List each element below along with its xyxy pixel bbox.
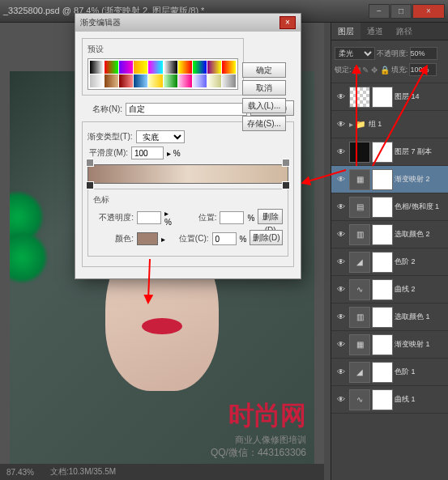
tab-channels[interactable]: 通道 [361,23,390,40]
color-stop-right[interactable] [282,181,290,189]
blend-mode-select[interactable]: 柔光 [335,47,375,60]
mask-thumb [372,142,393,163]
preset-swatch[interactable] [148,74,162,87]
preset-swatch[interactable] [193,61,207,74]
visibility-toggle[interactable]: 👁 [335,174,347,185]
position-input[interactable] [220,211,244,224]
layer-row[interactable]: 👁◢色阶 1 [331,359,448,386]
color-swatch[interactable] [137,232,158,245]
preset-swatch[interactable] [119,61,133,74]
preset-swatch[interactable] [105,74,118,87]
layer-name: 图层 14 [395,91,446,102]
adjustment-thumb: ▦ [349,169,370,190]
delete-stop2-button[interactable]: 删除(D) [250,230,283,245]
opacity-stop-input[interactable] [137,211,161,224]
mask-thumb [372,362,393,383]
visibility-toggle[interactable]: 👁 [335,119,347,130]
lock-icons[interactable]: ▦ ✎ ✥ 🔒 [353,66,390,74]
preset-swatch[interactable] [148,61,162,74]
load-button[interactable]: 载入(L)... [242,98,286,113]
preset-swatch[interactable] [119,74,133,87]
layer-row[interactable]: 👁▦渐变映射 1 [331,331,448,359]
visibility-toggle[interactable]: 👁 [335,339,347,350]
layer-name: 色阶 1 [395,367,446,377]
layer-fill-input[interactable] [409,63,437,76]
folder-icon: ▸ 📁 [349,120,365,129]
dialog-close-button[interactable]: × [279,16,296,29]
stops-label: 色标 [93,194,283,206]
preset-swatch[interactable] [178,74,192,87]
adjustment-thumb: ∿ [349,279,370,300]
cancel-button[interactable]: 取消 [242,80,286,96]
layer-row[interactable]: 👁∿曲线 2 [331,276,448,304]
layer-thumb [349,142,370,163]
layer-list[interactable]: 👁图层 14👁▸ 📁组 1👁图层 7 副本👁▦渐变映射 2👁▤色相/饱和度 1👁… [331,83,448,472]
minimize-button[interactable]: − [369,4,390,19]
preset-swatch[interactable] [134,74,147,87]
visibility-toggle[interactable]: 👁 [335,202,347,213]
dialog-titlebar[interactable]: 渐变编辑器 × [75,14,301,32]
mask-thumb [372,279,393,300]
layer-name: 组 1 [369,119,446,130]
layer-row[interactable]: 👁▦渐变映射 2 [331,166,448,193]
watermark: 时尚网 商业人像修图培训 QQ/微信：443163306 [211,398,306,460]
preset-swatch[interactable] [178,61,192,74]
ok-button[interactable]: 确定 [242,62,286,78]
smoothness-label: 平滑度(M): [87,147,128,159]
preset-swatches[interactable] [87,58,238,90]
preset-swatch[interactable] [207,61,221,74]
visibility-toggle[interactable]: 👁 [335,257,347,268]
visibility-toggle[interactable]: 👁 [335,394,347,406]
layer-row[interactable]: 👁▸ 📁组 1 [331,111,448,138]
zoom-level[interactable]: 87.43% [6,468,34,477]
gradient-name-input[interactable] [126,103,247,116]
delete-stop-button[interactable]: 删除(D) [258,209,283,224]
save-button[interactable]: 存储(S)... [242,116,286,131]
gradient-editor-dialog: 渐变编辑器 × 预设 确定 取消 载入(L)... 存储(S)... 名称(N)… [75,13,301,279]
smoothness-input[interactable] [131,147,164,159]
adjustment-thumb: ◢ [349,362,370,383]
layer-name: 色阶 2 [395,257,446,267]
layer-row[interactable]: 👁∿曲线 1 [331,386,448,414]
close-button[interactable]: × [412,4,445,19]
preset-swatch[interactable] [222,74,236,87]
preset-swatch[interactable] [164,74,177,87]
gradient-type-select[interactable]: 实底 [136,130,185,143]
position2-label: 位置(C): [169,233,209,244]
preset-swatch[interactable] [105,61,118,74]
layer-opacity-input[interactable] [410,47,437,60]
preset-swatch[interactable] [207,74,221,87]
opacity-stop-right[interactable] [282,159,290,167]
color-stop-left[interactable] [86,181,94,189]
adjustment-thumb: ▥ [349,224,370,245]
visibility-toggle[interactable]: 👁 [335,229,347,240]
position2-input[interactable] [212,232,237,245]
preset-swatch[interactable] [222,61,236,74]
maximize-button[interactable]: □ [390,4,412,19]
adjustment-thumb: ◢ [349,252,370,273]
gradient-preview-bar[interactable] [87,164,288,184]
opacity-stop-left[interactable] [86,159,94,167]
preset-swatch[interactable] [90,61,104,74]
visibility-toggle[interactable]: 👁 [335,147,347,158]
layer-row[interactable]: 👁▤色相/饱和度 1 [331,193,448,221]
layer-row[interactable]: 👁图层 14 [331,83,448,111]
preset-swatch[interactable] [90,74,104,87]
preset-swatch[interactable] [193,74,207,87]
layer-name: 色相/饱和度 1 [395,202,446,212]
visibility-toggle[interactable]: 👁 [335,91,347,103]
tab-paths[interactable]: 路径 [390,23,419,40]
adjustment-thumb: ∿ [349,389,370,410]
layer-row[interactable]: 👁▥选取颜色 2 [331,221,448,248]
visibility-toggle[interactable]: 👁 [335,312,347,323]
visibility-toggle[interactable]: 👁 [335,367,347,378]
visibility-toggle[interactable]: 👁 [335,284,347,295]
layer-row[interactable]: 👁▥选取颜色 1 [331,304,448,331]
tab-layers[interactable]: 图层 [331,23,361,40]
adjustment-thumb: ▥ [349,307,370,328]
preset-swatch[interactable] [164,61,177,74]
preset-swatch[interactable] [134,61,147,74]
layer-row[interactable]: 👁图层 7 副本 [331,138,448,166]
layer-row[interactable]: 👁◢色阶 2 [331,248,448,276]
mask-thumb [372,334,393,355]
